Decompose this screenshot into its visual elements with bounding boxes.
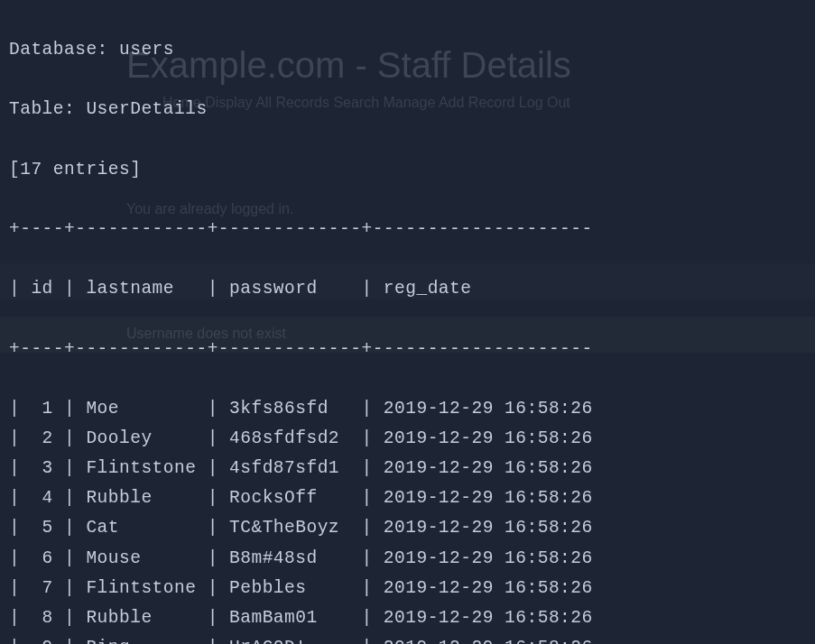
table-row: | 1 | Moe | 3kfs86sfd | 2019-12-29 16:58… <box>9 394 806 424</box>
table-row: | 4 | Rubble | RocksOff | 2019-12-29 16:… <box>9 483 806 513</box>
table-divider: +----+------------+-------------+-------… <box>9 335 806 364</box>
table-header-row: | id | lastname | password | reg_date <box>9 274 806 304</box>
table-row: | 7 | Flintstone | Pebbles | 2019-12-29 … <box>9 574 806 603</box>
db-header-line: Database: users <box>9 35 806 65</box>
table-row: | 3 | Flintstone | 4sfd87sfd1 | 2019-12-… <box>9 454 806 483</box>
table-body: | 1 | Moe | 3kfs86sfd | 2019-12-29 16:58… <box>9 394 806 644</box>
terminal-output: Database: users Table: UserDetails [17 e… <box>0 0 815 644</box>
table-row: | 5 | Cat | TC&TheBoyz | 2019-12-29 16:5… <box>9 513 806 543</box>
table-header-line: Table: UserDetails <box>9 95 806 124</box>
table-row: | 2 | Dooley | 468sfdfsd2 | 2019-12-29 1… <box>9 424 806 454</box>
table-row: | 9 | Bing | UrAG0D! | 2019-12-29 16:58:… <box>9 633 806 644</box>
table-divider: +----+------------+-------------+-------… <box>9 215 806 244</box>
table-row: | 6 | Mouse | B8m#48sd | 2019-12-29 16:5… <box>9 544 806 574</box>
table-row: | 8 | Rubble | BamBam01 | 2019-12-29 16:… <box>9 603 806 633</box>
entries-count-line: [17 entries] <box>9 155 806 185</box>
